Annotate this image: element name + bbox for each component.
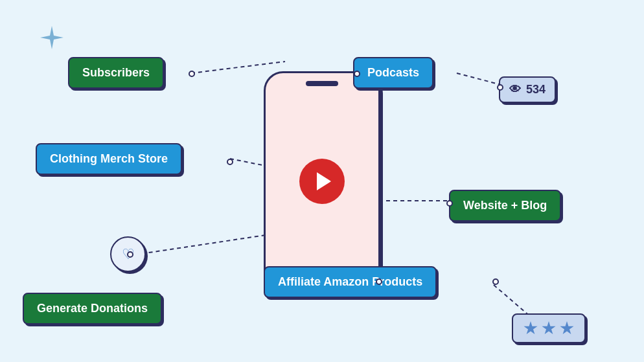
podcasts-label: Podcasts	[353, 57, 433, 89]
svg-marker-8	[40, 26, 63, 49]
sparkle-icon	[39, 25, 65, 53]
heart-dot	[127, 251, 133, 258]
star-3	[560, 321, 574, 335]
website-blog-dot	[446, 200, 453, 207]
svg-line-7	[494, 285, 531, 317]
play-button[interactable]	[299, 159, 345, 204]
generate-donations-label: Generate Donations	[23, 293, 162, 324]
scene: Subscribers Clothing Merch Store ♡ Gener…	[0, 0, 644, 362]
podcasts-dot	[354, 71, 360, 77]
subscribers-dot	[189, 71, 195, 77]
clothing-merch-label: Clothing Merch Store	[36, 143, 182, 175]
star-2	[542, 321, 556, 335]
phone-notch	[306, 81, 338, 86]
stars-badge	[512, 313, 586, 343]
play-triangle-icon	[317, 172, 331, 190]
svg-line-0	[191, 62, 285, 73]
affiliate-amazon-label: Affiliate Amazon Products	[264, 266, 437, 298]
view-count-dot	[497, 84, 503, 91]
star-1	[523, 321, 538, 335]
phone	[264, 71, 380, 291]
eye-icon: 👁	[509, 83, 521, 96]
website-blog-label: Website + Blog	[449, 190, 561, 221]
affiliate-dot2	[492, 278, 499, 285]
clothing-merch-dot	[227, 159, 233, 165]
svg-line-4	[457, 73, 499, 84]
subscribers-label: Subscribers	[68, 57, 164, 89]
affiliate-dot	[376, 278, 382, 285]
svg-line-2	[128, 233, 279, 256]
view-count-badge: 👁 534	[499, 76, 556, 103]
